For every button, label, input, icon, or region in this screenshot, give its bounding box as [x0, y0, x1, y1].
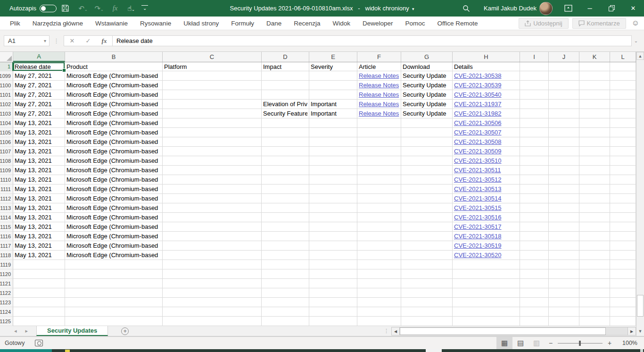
cell-G1125[interactable]: [401, 317, 453, 326]
cell-I1111[interactable]: [520, 184, 549, 194]
cell-A1[interactable]: Release date: [13, 62, 65, 71]
cell-I1110[interactable]: [520, 175, 549, 184]
cell-K1105[interactable]: [579, 128, 610, 137]
cell-F1120[interactable]: [357, 269, 401, 279]
cell-link[interactable]: CVE-2021-30507: [454, 129, 518, 136]
cell-G1110[interactable]: [401, 175, 453, 184]
cell-H1120[interactable]: [453, 269, 520, 279]
row-header-1125[interactable]: 1125: [0, 317, 13, 326]
cell-I1108[interactable]: [520, 156, 549, 166]
cell-J1122[interactable]: [549, 288, 579, 298]
cell-link[interactable]: CVE-2021-30520: [454, 251, 518, 259]
cell-H1125[interactable]: [453, 317, 520, 326]
cell-J1110[interactable]: [549, 175, 579, 184]
column-header-D[interactable]: D: [262, 52, 309, 62]
cell-I1123[interactable]: [520, 298, 549, 307]
cell-I1103[interactable]: [520, 109, 549, 118]
cell-J1100[interactable]: [549, 81, 579, 90]
cell-L1109[interactable]: [610, 166, 636, 175]
cell-F1103[interactable]: Release Notes: [357, 109, 401, 118]
ribbon-tab-narzędzia-główne[interactable]: Narzędzia główne: [26, 17, 89, 30]
row-header-1109[interactable]: 1109: [0, 166, 13, 175]
cell-link[interactable]: CVE-2021-30506: [454, 119, 518, 126]
cell-C1118[interactable]: [163, 251, 262, 260]
cell-B1124[interactable]: [65, 307, 163, 317]
cell-link[interactable]: Release Notes: [359, 82, 399, 89]
cell-E1122[interactable]: [309, 288, 357, 298]
zoom-slider[interactable]: [558, 343, 603, 344]
cell-E1116[interactable]: [309, 232, 357, 241]
cell-L1114[interactable]: [610, 213, 636, 222]
cell-D1103[interactable]: Security Feature: [262, 109, 309, 118]
page-layout-view-icon[interactable]: ▤: [512, 337, 528, 350]
cell-E1104[interactable]: [309, 118, 357, 128]
cell-E1115[interactable]: [309, 222, 357, 232]
cell-L1111[interactable]: [610, 184, 636, 194]
cell-L1100[interactable]: [610, 81, 636, 90]
sheet-tab-security-updates[interactable]: Security Updates: [36, 326, 108, 336]
cell-link[interactable]: CVE-2021-30516: [454, 214, 518, 221]
cell-L1110[interactable]: [610, 175, 636, 184]
row-header-1117[interactable]: 1117: [0, 241, 13, 251]
taskbar-active-app[interactable]: [0, 349, 52, 352]
cell-J1117[interactable]: [549, 241, 579, 251]
record-macro-icon[interactable]: [35, 340, 43, 346]
protected-view-label[interactable]: widok chroniony: [365, 5, 409, 12]
cell-B1107[interactable]: Microsoft Edge (Chromium-based: [65, 147, 163, 156]
cell-G1100[interactable]: Security Update: [401, 81, 453, 90]
zoom-in-icon[interactable]: +: [603, 339, 616, 347]
cell-H1118[interactable]: CVE-2021-30520: [453, 251, 520, 260]
cell-E1105[interactable]: [309, 128, 357, 137]
cell-D1100[interactable]: [262, 81, 309, 90]
cell-K1117[interactable]: [579, 241, 610, 251]
tab-scroll-splitter[interactable]: ⋮: [384, 326, 389, 336]
cell-C1117[interactable]: [163, 241, 262, 251]
cell-F1123[interactable]: [357, 298, 401, 307]
cell-D1119[interactable]: [262, 260, 309, 269]
cell-K1116[interactable]: [579, 232, 610, 241]
cell-B1108[interactable]: Microsoft Edge (Chromium-based: [65, 156, 163, 166]
cell-J1116[interactable]: [549, 232, 579, 241]
cell-E1113[interactable]: [309, 203, 357, 213]
cell-H1107[interactable]: CVE-2021-30509: [453, 147, 520, 156]
cell-D1125[interactable]: [262, 317, 309, 326]
row-header-1114[interactable]: 1114: [0, 213, 13, 222]
cell-K1113[interactable]: [579, 203, 610, 213]
row-header-1111[interactable]: 1111: [0, 184, 13, 194]
cell-C1103[interactable]: [163, 109, 262, 118]
cell-D1115[interactable]: [262, 222, 309, 232]
cell-A1116[interactable]: May 13, 2021: [13, 232, 65, 241]
cell-A1117[interactable]: May 13, 2021: [13, 241, 65, 251]
cell-A1105[interactable]: May 13, 2021: [13, 128, 65, 137]
cell-A1121[interactable]: [13, 279, 65, 288]
cell-D1123[interactable]: [262, 298, 309, 307]
formula-input[interactable]: Release date: [113, 35, 632, 46]
row-header-1104[interactable]: 1104: [0, 118, 13, 128]
cell-J1118[interactable]: [549, 251, 579, 260]
cell-C1[interactable]: Platform: [163, 62, 262, 71]
cell-H1124[interactable]: [453, 307, 520, 317]
cell-F1119[interactable]: [357, 260, 401, 269]
save-icon[interactable]: [61, 4, 73, 12]
cell-A1112[interactable]: May 13, 2021: [13, 194, 65, 203]
row-header-1122[interactable]: 1122: [0, 288, 13, 298]
cell-H1101[interactable]: CVE-2021-30540: [453, 90, 520, 100]
row-header-1119[interactable]: 1119: [0, 260, 13, 269]
cell-F1104[interactable]: [357, 118, 401, 128]
cell-B1103[interactable]: Microsoft Edge (Chromium-based: [65, 109, 163, 118]
cell-B1[interactable]: Product: [65, 62, 163, 71]
cell-J1102[interactable]: [549, 100, 579, 109]
cell-A1107[interactable]: May 13, 2021: [13, 147, 65, 156]
cell-H1106[interactable]: CVE-2021-30508: [453, 137, 520, 147]
column-header-E[interactable]: E: [309, 52, 357, 62]
cell-link[interactable]: CVE-2021-30518: [454, 233, 518, 240]
cancel-icon[interactable]: ✕: [64, 37, 80, 44]
cell-C1122[interactable]: [163, 288, 262, 298]
cell-F1117[interactable]: [357, 241, 401, 251]
cell-K1122[interactable]: [579, 288, 610, 298]
cell-B1117[interactable]: Microsoft Edge (Chromium-based: [65, 241, 163, 251]
cell-C1123[interactable]: [163, 298, 262, 307]
cell-link[interactable]: Release Notes: [359, 110, 399, 117]
cell-L1121[interactable]: [610, 279, 636, 288]
cell-F1106[interactable]: [357, 137, 401, 147]
